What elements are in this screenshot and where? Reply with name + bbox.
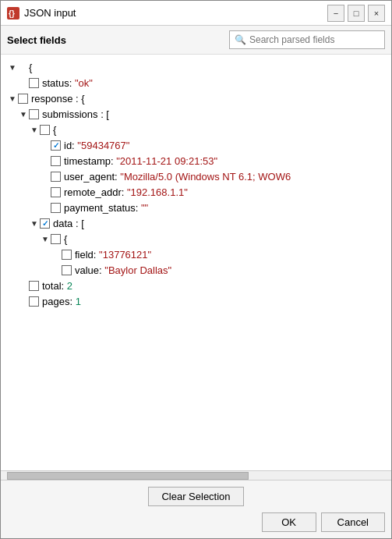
tree-row[interactable]: ▼ {	[1, 231, 391, 246]
bottom-bar: Clear Selection OK Cancel	[1, 480, 391, 538]
tree-row[interactable]: status: "ok"	[1, 75, 391, 90]
node-text: response : {	[31, 93, 85, 105]
checkbox-payment-status[interactable]	[51, 203, 61, 213]
node-text: field: "13776121"	[75, 249, 151, 261]
checkbox-field[interactable]	[62, 250, 72, 260]
search-input[interactable]	[249, 34, 380, 45]
horizontal-scrollbar[interactable]	[1, 470, 391, 480]
select-fields-label: Select fields	[7, 34, 66, 46]
tree-row[interactable]: remote_addr: "192.168.1.1"	[1, 184, 391, 200]
tree: ▼ { status: "ok" ▼ response : {	[1, 58, 391, 310]
search-box[interactable]: 🔍	[229, 30, 385, 49]
node-text: value: "Baylor Dallas"	[75, 264, 171, 276]
maximize-button[interactable]: □	[348, 5, 365, 22]
minimize-button[interactable]: −	[327, 5, 344, 22]
chevron-data[interactable]: ▼	[29, 218, 40, 229]
tree-row[interactable]: id: "59434767"	[1, 137, 391, 153]
node-text: total: 2	[42, 280, 72, 292]
checkbox-id[interactable]	[51, 140, 61, 151]
tree-row[interactable]: pages: 1	[1, 293, 391, 309]
checkbox-value[interactable]	[62, 265, 72, 275]
node-text: status: "ok"	[42, 77, 93, 89]
checkbox-data[interactable]	[40, 218, 50, 229]
node-text: submissions : [	[42, 108, 109, 120]
node-text: id: "59434767"	[64, 140, 129, 151]
search-icon: 🔍	[235, 34, 246, 45]
checkbox-sub-obj[interactable]	[40, 125, 50, 135]
node-text: data : [	[53, 218, 84, 229]
tree-row[interactable]: field: "13776121"	[1, 246, 391, 262]
window-title: JSON input	[24, 7, 327, 19]
checkbox-remote-addr[interactable]	[51, 187, 61, 197]
tree-row[interactable]: timestamp: "2011-11-21 09:21:53"	[1, 153, 391, 168]
svg-text:{}: {}	[9, 9, 15, 18]
title-bar: {} JSON input − □ ×	[1, 1, 391, 26]
cancel-button[interactable]: Cancel	[321, 512, 385, 532]
app-icon: {}	[7, 7, 19, 20]
scrollbar-thumb[interactable]	[7, 472, 249, 480]
checkbox-status[interactable]	[29, 78, 39, 88]
tree-row[interactable]: ▼ {	[1, 122, 391, 137]
close-button[interactable]: ×	[368, 5, 385, 22]
chevron-data-obj[interactable]: ▼	[40, 233, 51, 244]
clear-selection-button[interactable]: Clear Selection	[148, 487, 243, 506]
checkbox-timestamp[interactable]	[51, 156, 61, 166]
tree-row[interactable]: total: 2	[1, 278, 391, 293]
checkbox-user-agent[interactable]	[51, 172, 61, 182]
chevron-sub-obj[interactable]: ▼	[29, 124, 40, 135]
node-text: user_agent: "Mozilla/5.0 (Windows NT 6.1…	[64, 171, 291, 183]
node-text: {	[64, 233, 67, 245]
checkbox-pages[interactable]	[29, 296, 39, 307]
checkbox-submissions[interactable]	[29, 109, 39, 119]
tree-row[interactable]: value: "Baylor Dallas"	[1, 262, 391, 278]
node-text: {	[53, 124, 56, 136]
toolbar: Select fields 🔍	[1, 26, 391, 55]
tree-row[interactable]: payment_status: ""	[1, 200, 391, 215]
node-text: {	[29, 62, 32, 73]
checkbox-data-obj[interactable]	[51, 234, 61, 244]
chevron-submissions[interactable]: ▼	[18, 108, 29, 119]
tree-row[interactable]: ▼ {	[1, 59, 391, 75]
node-text: timestamp: "2011-11-21 09:21:53"	[64, 155, 217, 167]
chevron-response[interactable]: ▼	[7, 93, 18, 104]
node-text: payment_status: ""	[64, 202, 148, 214]
scrollbar-track[interactable]	[1, 471, 391, 480]
tree-row[interactable]: user_agent: "Mozilla/5.0 (Windows NT 6.1…	[1, 168, 391, 184]
clear-selection-row: Clear Selection	[7, 487, 385, 506]
window-controls: − □ ×	[327, 5, 385, 22]
node-text: pages: 1	[42, 296, 81, 307]
tree-row[interactable]: ▼ data : [	[1, 215, 391, 231]
checkbox-response[interactable]	[18, 94, 28, 104]
node-text: remote_addr: "192.168.1.1"	[64, 186, 188, 198]
json-input-window: {} JSON input − □ × Select fields 🔍 ▼ {	[0, 0, 392, 539]
tree-content[interactable]: ▼ { status: "ok" ▼ response : {	[1, 55, 391, 470]
tree-row[interactable]: ▼ response : {	[1, 90, 391, 106]
ok-button[interactable]: OK	[262, 512, 316, 532]
checkbox-total[interactable]	[29, 281, 39, 291]
ok-cancel-row: OK Cancel	[7, 512, 385, 532]
tree-row[interactable]: ▼ submissions : [	[1, 106, 391, 122]
chevron-root[interactable]: ▼	[7, 62, 18, 73]
